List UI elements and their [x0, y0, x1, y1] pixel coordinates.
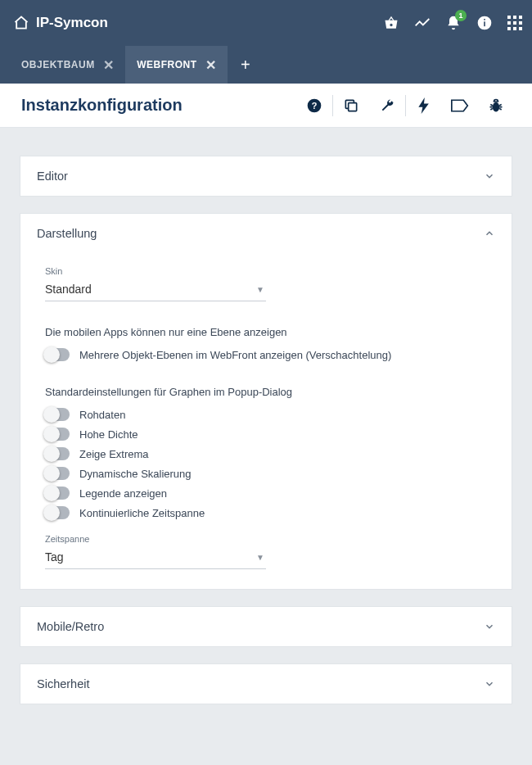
svg-rect-11 — [519, 27, 522, 30]
toggle-rohdaten-label: Rohdaten — [79, 409, 125, 421]
bug-icon[interactable] — [478, 97, 514, 114]
toggle-kontzeit[interactable] — [45, 506, 70, 519]
app-title: IP-Symcon — [36, 15, 108, 31]
svg-rect-14 — [349, 102, 357, 111]
toggle-hohedichte-label: Hohe Dichte — [79, 428, 138, 441]
page-title: Instanzkonfiguration — [21, 96, 183, 115]
section-editor: Editor — [20, 156, 512, 197]
toggle-rohdaten[interactable] — [45, 408, 70, 421]
notification-badge: 1 — [455, 10, 467, 21]
section-title: Darstellung — [37, 227, 97, 240]
svg-rect-4 — [513, 16, 516, 19]
zeitspanne-label: Zeitspanne — [45, 534, 487, 544]
toggle-rohdaten-row: Rohdaten — [45, 408, 487, 421]
topbar: IP-Symcon 1 — [0, 0, 532, 46]
section-header-mobileretro[interactable]: Mobile/Retro — [20, 607, 512, 646]
svg-point-15 — [493, 102, 499, 111]
section-header-editor[interactable]: Editor — [20, 156, 512, 196]
section-title: Sicherheit — [37, 677, 89, 690]
skin-value: Standard — [45, 283, 92, 296]
dropdown-icon: ▼ — [256, 285, 264, 294]
toggle-extrema-row: Zeige Extrema — [45, 447, 487, 460]
bell-icon[interactable]: 1 — [445, 15, 462, 31]
svg-rect-8 — [519, 21, 522, 25]
skin-select[interactable]: Standard ▼ — [45, 279, 266, 301]
close-icon[interactable]: ✕ — [205, 57, 217, 73]
section-header-sicherheit[interactable]: Sicherheit — [20, 664, 512, 704]
tabbar: OBJEKTBAUM ✕ WEBFRONT ✕ + — [0, 46, 532, 84]
help-icon[interactable]: ? — [296, 97, 332, 114]
svg-text:?: ? — [312, 101, 318, 111]
toggle-hohedichte-row: Hohe Dichte — [45, 428, 487, 441]
chevron-up-icon — [484, 228, 495, 239]
topbar-actions: 1 — [383, 15, 522, 31]
svg-rect-9 — [507, 27, 511, 30]
section-title: Mobile/Retro — [37, 620, 104, 633]
toggle-dynskal-label: Dynamische Skalierung — [79, 468, 192, 480]
activity-icon[interactable] — [414, 15, 431, 31]
subheader: Instanzkonfiguration ? — [0, 84, 532, 128]
app-logo[interactable]: IP-Symcon — [13, 15, 108, 31]
svg-rect-3 — [507, 16, 511, 19]
svg-rect-5 — [519, 16, 522, 19]
toggle-nesting[interactable] — [45, 348, 70, 361]
mobile-hint: Die mobilen Apps können nur eine Ebene a… — [45, 326, 487, 338]
wrench-icon[interactable] — [369, 97, 405, 114]
tab-label: WEBFRONT — [137, 59, 196, 70]
tab-webfront[interactable]: WEBFRONT ✕ — [125, 46, 228, 84]
copy-icon[interactable] — [333, 97, 369, 114]
zeitspanne-select[interactable]: Tag ▼ — [45, 547, 266, 569]
section-darstellung: Darstellung Skin Standard ▼ Die mobilen … — [20, 213, 512, 590]
section-body-darstellung: Skin Standard ▼ Die mobilen Apps können … — [20, 253, 512, 589]
toggle-kontzeit-label: Kontinuierliche Zeitspanne — [79, 507, 205, 519]
svg-rect-1 — [484, 21, 485, 26]
section-mobileretro: Mobile/Retro — [20, 606, 512, 647]
bolt-icon[interactable] — [406, 97, 442, 114]
svg-rect-7 — [513, 21, 516, 25]
basket-icon[interactable] — [383, 15, 399, 31]
content-scroll[interactable]: Editor Darstellung Skin Standard ▼ Die m… — [20, 128, 512, 765]
toggle-nesting-label: Mehrere Objekt-Ebenen im WebFront anzeig… — [79, 349, 391, 361]
new-tab-button[interactable]: + — [228, 46, 264, 84]
svg-rect-10 — [513, 27, 516, 30]
toggle-dynskal-row: Dynamische Skalierung — [45, 467, 487, 480]
toggle-legende-row: Legende anzeigen — [45, 487, 487, 500]
graph-hint: Standardeinstellungen für Graphen im Pop… — [45, 386, 487, 398]
chevron-down-icon — [484, 678, 495, 690]
dropdown-icon: ▼ — [256, 553, 264, 562]
toggle-extrema-label: Zeige Extrema — [79, 448, 149, 460]
section-sicherheit: Sicherheit — [20, 663, 512, 704]
tab-objektbaum[interactable]: OBJEKTBAUM ✕ — [10, 46, 125, 84]
toggle-kontzeit-row: Kontinuierliche Zeitspanne — [45, 506, 487, 519]
toggle-legende-label: Legende anzeigen — [79, 487, 167, 500]
home-icon — [13, 15, 29, 31]
section-header-darstellung[interactable]: Darstellung — [20, 214, 512, 253]
skin-label: Skin — [45, 266, 487, 276]
chevron-down-icon — [484, 621, 495, 632]
toggle-extrema[interactable] — [45, 447, 70, 460]
apps-icon[interactable] — [507, 16, 522, 30]
toggle-dynskal[interactable] — [45, 467, 70, 480]
section-title: Editor — [37, 170, 68, 183]
toggle-nesting-row: Mehrere Objekt-Ebenen im WebFront anzeig… — [45, 348, 487, 361]
toggle-legende[interactable] — [45, 487, 70, 500]
close-icon[interactable]: ✕ — [103, 57, 115, 73]
zeitspanne-value: Tag — [45, 550, 64, 564]
svg-rect-6 — [507, 21, 511, 25]
info-icon[interactable] — [476, 15, 493, 31]
toggle-hohedichte[interactable] — [45, 428, 70, 441]
tab-label: OBJEKTBAUM — [21, 59, 95, 70]
chevron-down-icon — [484, 170, 495, 182]
svg-rect-2 — [484, 19, 485, 20]
tag-icon[interactable] — [442, 98, 478, 113]
